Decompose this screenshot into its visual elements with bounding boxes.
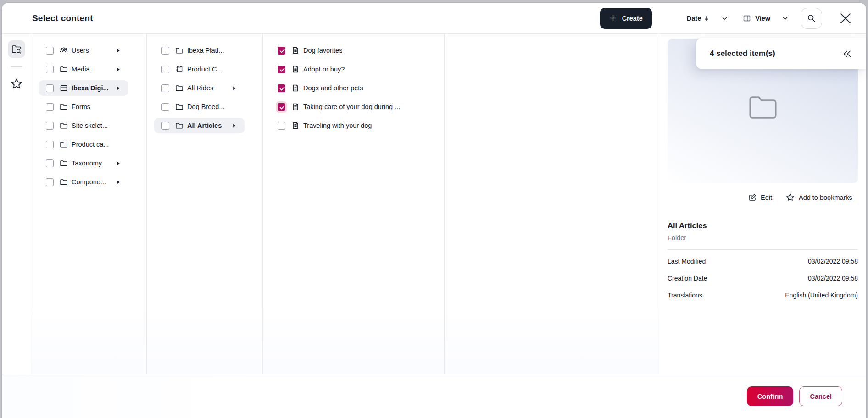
checkbox[interactable] <box>278 66 285 73</box>
tree-column-1: UsersMediaIbexa Digi...FormsSite skelet.… <box>31 34 147 374</box>
star-icon <box>786 193 795 202</box>
list-item-dog-breed[interactable]: Dog Breed... <box>154 99 245 115</box>
list-item-adopt-or-buy[interactable]: Adopt or buy? <box>270 61 437 77</box>
divider <box>668 249 858 250</box>
modal-footer: Confirm Cancel <box>2 374 866 418</box>
item-label: Taxonomy <box>72 160 102 167</box>
item-label: Traveling with your dog <box>303 122 372 129</box>
checkbox[interactable] <box>46 141 54 148</box>
meta-value: 03/02/2022 09:58 <box>808 258 858 265</box>
list-item-media[interactable]: Media <box>39 61 128 77</box>
browse-tab[interactable] <box>8 40 25 58</box>
caret-right-icon[interactable] <box>111 161 120 166</box>
item-label: Product C... <box>187 66 223 73</box>
checkbox[interactable] <box>161 47 169 55</box>
checkbox[interactable] <box>46 178 54 186</box>
meta-label: Translations <box>668 292 702 299</box>
edit-label: Edit <box>761 194 772 201</box>
article-icon <box>291 121 300 130</box>
item-label: Adopt or buy? <box>303 66 345 73</box>
item-label: Compone... <box>72 178 106 186</box>
sort-label: Date <box>687 15 701 22</box>
add-to-bookmarks-label: Add to bookmarks <box>799 194 852 201</box>
caret-right-icon[interactable] <box>111 180 120 185</box>
create-button[interactable]: Create <box>600 8 652 29</box>
list-item-all-articles[interactable]: All Articles <box>154 118 245 133</box>
preview-actions: Edit Add to bookmarks <box>748 193 858 202</box>
select-content-modal: Select content Create Date <box>2 3 866 418</box>
checkbox[interactable] <box>278 103 285 111</box>
meta-row-translations: TranslationsEnglish (United Kingdom) <box>668 286 858 303</box>
checkbox[interactable] <box>46 160 54 167</box>
add-to-bookmarks-button[interactable]: Add to bookmarks <box>786 193 852 202</box>
checkbox[interactable] <box>161 122 169 130</box>
checkbox[interactable] <box>161 84 169 92</box>
article-icon <box>291 103 300 111</box>
checkbox[interactable] <box>278 84 285 92</box>
list-item-ibexa-platf[interactable]: Ibexa Platf... <box>154 43 245 58</box>
item-label: All Articles <box>187 122 222 129</box>
modal-header: Select content Create Date <box>2 3 866 34</box>
list-item-taking-care-of-your-dog-during[interactable]: Taking care of your dog during ... <box>270 99 437 115</box>
list-item-dog-favorites[interactable]: Dog favorites <box>270 43 437 58</box>
view-chevron-down-icon[interactable] <box>781 14 789 22</box>
folder-preview-icon <box>749 96 777 119</box>
edit-button[interactable]: Edit <box>748 193 772 202</box>
checkbox[interactable] <box>46 103 54 111</box>
caret-right-icon[interactable] <box>228 86 236 91</box>
folder-icon <box>60 140 68 148</box>
view-label: View <box>755 15 770 22</box>
collapse-panel-icon[interactable] <box>841 49 852 59</box>
item-label: Forms <box>72 103 90 110</box>
confirm-button[interactable]: Confirm <box>747 386 794 406</box>
checkbox[interactable] <box>46 47 54 55</box>
checkbox[interactable] <box>161 66 169 73</box>
item-label: All Rides <box>187 84 213 92</box>
list-item-product-ca[interactable]: Product ca... <box>39 137 128 152</box>
list-item-forms[interactable]: Forms <box>39 99 128 115</box>
bookmarks-tab[interactable] <box>8 75 25 93</box>
meta-row-last-modified: Last Modified03/02/2022 09:58 <box>668 253 858 270</box>
meta-value: 03/02/2022 09:58 <box>808 275 858 282</box>
caret-right-icon[interactable] <box>111 67 120 72</box>
list-item-taxonomy[interactable]: Taxonomy <box>39 155 128 171</box>
meta-label: Creation Date <box>668 275 707 282</box>
list-item-compone[interactable]: Compone... <box>39 174 128 190</box>
list-item-traveling-with-your-dog[interactable]: Traveling with your dog <box>270 118 437 133</box>
checkbox[interactable] <box>278 47 285 55</box>
folder-icon <box>60 103 68 111</box>
meta-row-creation-date: Creation Date03/02/2022 09:58 <box>668 270 858 286</box>
caret-right-icon[interactable] <box>228 123 236 128</box>
sort-chevron-down-icon[interactable] <box>721 14 729 22</box>
list-item-dogs-and-other-pets[interactable]: Dogs and other pets <box>270 80 437 96</box>
list-item-users[interactable]: Users <box>39 43 128 58</box>
checkbox[interactable] <box>46 66 54 73</box>
item-label: Ibexa Platf... <box>187 47 224 54</box>
list-item-all-rides[interactable]: All Rides <box>154 80 245 96</box>
search-icon <box>807 14 816 22</box>
folder-icon <box>175 46 184 55</box>
checkbox[interactable] <box>161 103 169 111</box>
caret-right-icon[interactable] <box>111 86 120 91</box>
bookmarks-star-icon <box>11 78 22 90</box>
header-controls: Create Date View <box>600 8 853 29</box>
list-item-product-c[interactable]: Product C... <box>154 61 245 77</box>
checkbox[interactable] <box>278 122 285 130</box>
list-item-ibexa-digi[interactable]: Ibexa Digi... <box>39 80 128 96</box>
search-button[interactable] <box>801 8 822 29</box>
checkbox[interactable] <box>46 122 54 130</box>
sort-control[interactable]: Date <box>687 15 710 22</box>
caret-right-icon[interactable] <box>111 48 120 53</box>
cancel-button[interactable]: Cancel <box>799 386 842 406</box>
item-label: Users <box>72 47 89 54</box>
folder-icon <box>175 103 184 111</box>
view-control[interactable]: View <box>743 14 770 22</box>
left-rail <box>2 34 31 374</box>
close-button[interactable] <box>838 11 853 26</box>
browse-folder-search-icon <box>11 44 22 55</box>
item-label: Product ca... <box>72 141 109 148</box>
checkbox[interactable] <box>46 84 54 92</box>
page-title: Select content <box>32 13 93 23</box>
list-item-site-skelet[interactable]: Site skelet... <box>39 118 128 133</box>
folder-icon <box>60 178 68 186</box>
